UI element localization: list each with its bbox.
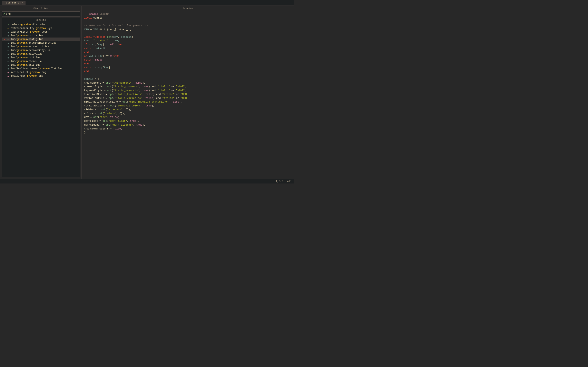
file-name: lua/gruvbox/colors.lua [11, 34, 43, 37]
file-type-icon: ⚙ [7, 53, 9, 55]
status-bar: 1,8-6 All [0, 179, 294, 184]
file-name: colors/gruvbox-flat.vim [11, 23, 45, 26]
code-line: end [84, 62, 292, 66]
code-line: commentStyle = opt("italic_comments", tr… [84, 85, 292, 89]
list-item[interactable]: ⚙lua/gruvbox/extra/kitty.lua [2, 49, 80, 52]
code-line [84, 73, 292, 77]
file-name: lua/gruvbox/init.lua [11, 56, 40, 59]
code-line: local config [84, 16, 292, 20]
code-line: if vim.g[key] == nil then [84, 43, 292, 47]
tab-close-button[interactable]: × [22, 2, 24, 4]
file-type-icon: ✓ [7, 24, 9, 26]
code-line: darkFloat = opt("dark_float", true), [84, 119, 292, 123]
code-line: variableStyle = opt("italic_variables", … [84, 96, 292, 100]
list-item[interactable]: ⚙extras/alacritty_gruvbox_.yml [2, 26, 80, 30]
file-name: lua/gruvbox/hsluv.lua [11, 53, 42, 55]
list-item[interactable]: ⚙lua/gruvbox/hsluv.lua [2, 52, 80, 56]
search-value: gru [6, 12, 11, 16]
code-line: dev = opt("dev", false), [84, 115, 292, 119]
code-line: ---@class Config [84, 12, 292, 16]
selection-arrow: ❯ [3, 38, 6, 41]
search-input-box[interactable]: > gru [2, 11, 80, 17]
find-files-panel: Find Files > gru Results ✓colors/gruvbox… [0, 6, 82, 179]
code-line: darkSidebar = opt("dark_sidebar", true), [84, 123, 292, 127]
code-line: } [84, 131, 292, 134]
list-item[interactable]: ❯⚙lua/gruvbox/config.lua [2, 38, 80, 41]
file-type-icon: ⚙ [7, 57, 9, 59]
code-line: sidebars = opt("sidebars", {}), [84, 108, 292, 112]
file-name: lua/gruvbox/config.lua [11, 38, 43, 41]
find-files-label: Find Files [2, 7, 80, 10]
results-panel: Results ✓colors/gruvbox-flat.vim ⚙extras… [2, 18, 80, 177]
file-type-icon: ⚙ [7, 49, 9, 52]
file-name: lua/gruvbox/util.lua [11, 64, 40, 67]
file-name: lua/gruvbox/extra/alacritty.lua [11, 42, 56, 44]
preview-panel: Preview ---@class Config local config --… [82, 6, 294, 179]
code-line: if vim.g[key] == 0 then [84, 54, 292, 58]
list-item[interactable]: ▣media/rust-gruvbox.png [2, 74, 80, 78]
list-item[interactable]: ⚙extras/kitty_gruvbox_.conf [2, 30, 80, 34]
buffer-icon: □ [4, 2, 5, 4]
code-line [84, 20, 292, 24]
code-line: functionStyle = opt("italic_functions", … [84, 92, 292, 96]
tab-label: [buffer 1] [6, 1, 21, 4]
file-type-icon: ▣ [7, 75, 9, 77]
buffer-tab[interactable]: □ [buffer 1] × [2, 1, 26, 5]
code-line: terminalColors = opt("terminal_colors", … [84, 104, 292, 108]
code-line: keywordStyle = opt("italic_keywords", tr… [84, 89, 292, 92]
code-line: transparent = opt("transparent", false), [84, 81, 292, 85]
file-name: media/pallet-gruvbox.png [11, 71, 46, 74]
list-item[interactable]: ⚙lua/gruvbox/extra/init.lua [2, 45, 80, 49]
list-item[interactable]: ⚙lua/lualine/themes/gruvbox-flat.lua [2, 67, 80, 71]
file-type-icon: ▣ [7, 71, 9, 74]
code-line: return false [84, 58, 292, 62]
file-name: lua/gruvbox/theme.lua [11, 60, 42, 63]
code-line: end [84, 69, 292, 73]
list-item[interactable]: ▣media/pallet-gruvbox.png [2, 71, 80, 74]
code-line: end [84, 50, 292, 54]
file-name: extras/kitty_gruvbox_.conf [11, 31, 49, 33]
file-type-icon: ⚙ [7, 27, 9, 30]
file-type-icon: ⚙ [7, 45, 9, 48]
file-type-icon: ⚙ [7, 34, 9, 37]
code-line: config = { [84, 77, 292, 81]
content-row: Find Files > gru Results ✓colors/gruvbox… [0, 6, 294, 179]
code-line: return vim.g[key] [84, 66, 292, 70]
code-line: key = "gruvbox_" .. key [84, 39, 292, 43]
file-type-icon: ⚙ [7, 60, 9, 63]
file-name: extras/alacritty_gruvbox_.yml [11, 27, 53, 30]
list-item[interactable]: ⚙lua/gruvbox/init.lua [2, 56, 80, 59]
file-type-icon: ⚙ [7, 31, 9, 33]
preview-label: Preview [83, 7, 292, 10]
file-name: lua/lualine/themes/gruvbox-flat.lua [11, 67, 62, 70]
results-label: Results [2, 18, 80, 22]
file-name: media/rust-gruvbox.png [11, 75, 43, 77]
code-line: colors = opt("colors", {}), [84, 112, 292, 116]
code-line: vim = vim or { g = {}, o = {} } [84, 27, 292, 31]
cursor-position: 1,8-6 [276, 180, 283, 183]
code-preview: ---@class Config local config -- shim vi… [83, 11, 292, 177]
list-item[interactable]: ✓colors/gruvbox-flat.vim [2, 23, 80, 26]
file-type-icon: ⚙ [7, 67, 9, 70]
code-line: -- shim vim for kitty and other generato… [84, 24, 292, 27]
file-name: lua/gruvbox/extra/init.lua [11, 45, 49, 48]
list-item[interactable]: ⚙lua/gruvbox/util.lua [2, 63, 80, 67]
file-type-icon: ⚙ [7, 42, 9, 44]
list-item[interactable]: ⚙lua/gruvbox/theme.lua [2, 59, 80, 63]
code-line: transform_colors = false, [84, 127, 292, 131]
code-line [84, 31, 292, 35]
list-item[interactable]: ⚙lua/gruvbox/colors.lua [2, 34, 80, 38]
search-prompt: > [3, 12, 5, 16]
main-area: Find Files > gru Results ✓colors/gruvbox… [0, 6, 294, 184]
file-list: ✓colors/gruvbox-flat.vim ⚙extras/alacrit… [2, 22, 80, 78]
code-line: local function opt(key, default) [84, 35, 292, 39]
code-line: return default [84, 47, 292, 50]
file-type-icon: ⚙ [7, 38, 9, 41]
file-type-icon: ⚙ [7, 64, 9, 67]
scope-indicator: All [287, 180, 292, 183]
title-bar: □ [buffer 1] × [0, 0, 294, 6]
code-line: hideInactiveStatusline = opt("hide_inact… [84, 100, 292, 104]
file-name: lua/gruvbox/extra/kitty.lua [11, 49, 51, 52]
list-item[interactable]: ⚙lua/gruvbox/extra/alacritty.lua [2, 41, 80, 45]
